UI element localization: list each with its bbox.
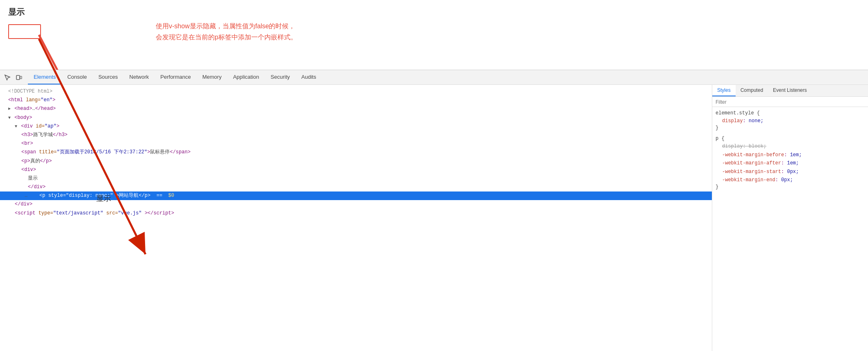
dom-line-xianshi-text[interactable]: 显示	[0, 174, 712, 183]
element-style-closing: }	[716, 125, 865, 131]
dom-line-html[interactable]: <html lang="en">	[0, 96, 712, 105]
annotation-line1: 使用v-show显示隐藏，当属性值为false的时候，	[156, 21, 297, 32]
style-rule-element: element.style { display: none; }	[716, 110, 865, 131]
style-prop-display-none: display: none;	[716, 117, 865, 125]
dom-line-doctype[interactable]: <!DOCTYPE html>	[0, 87, 712, 96]
tab-application[interactable]: Application	[227, 70, 265, 84]
dom-line-h3[interactable]: <h3>路飞学城</h3>	[0, 131, 712, 139]
dom-line-div-open[interactable]: <div>	[0, 166, 712, 174]
dom-line-p-selected[interactable]: … <p style="display: none;" >网站导航</p> ==…	[0, 191, 712, 200]
html-tag: <html	[8, 97, 23, 103]
svg-line-1	[39, 35, 152, 70]
style-prop-display-block: display: block;	[716, 142, 865, 150]
style-rule-p: p { display: block; -webkit-margin-befor…	[716, 136, 865, 190]
dom-line-div-app-close[interactable]: </div>	[0, 200, 712, 209]
styles-filter-input[interactable]	[716, 99, 865, 105]
styles-filter[interactable]	[712, 97, 868, 107]
dom-line-div-app[interactable]: ▼ <div id="ap">	[0, 122, 712, 131]
tab-network[interactable]: Network	[124, 70, 155, 84]
dom-line-p-zhende[interactable]: <p>真的</p>	[0, 157, 712, 166]
triangle-body[interactable]: ▼	[8, 116, 11, 120]
devtools-icons	[3, 73, 23, 82]
dom-line-body-open[interactable]: ▼ <body>	[0, 114, 712, 122]
styles-tabs: Styles Computed Event Listeners	[712, 85, 868, 97]
dom-line-span[interactable]: <span title="页面加载于2018/5/16 下午2:37:22">鼠…	[0, 148, 712, 157]
tab-elements[interactable]: Elements	[28, 70, 61, 84]
tab-security[interactable]: Security	[265, 70, 295, 84]
inspect-icon[interactable]	[3, 73, 11, 82]
dollar-sign: $0	[168, 193, 174, 198]
tab-sources[interactable]: Sources	[93, 70, 124, 84]
display-box	[8, 24, 41, 39]
dom-line-div-close[interactable]: </div>	[0, 183, 712, 191]
svg-rect-2	[16, 75, 20, 80]
dom-line-head[interactable]: ► <head>…</head>	[0, 105, 712, 113]
triangle-head[interactable]: ►	[8, 107, 11, 111]
element-style-selector: element.style {	[716, 110, 865, 116]
devtools-panel: Elements Console Sources Network Perform…	[0, 70, 868, 351]
styles-tab-styles[interactable]: Styles	[712, 85, 736, 96]
tab-audits[interactable]: Audits	[295, 70, 322, 84]
page-title: 显示	[8, 7, 860, 18]
styles-tab-event-listeners[interactable]: Event Listeners	[768, 85, 812, 96]
p-selector: p {	[716, 136, 865, 141]
style-prop-margin-start: -webkit-margin-start: 0px;	[716, 168, 865, 176]
style-prop-margin-end: -webkit-margin-end: 0px;	[716, 176, 865, 184]
style-prop-margin-after: -webkit-margin-after: 1em;	[716, 159, 865, 167]
styles-tab-computed[interactable]: Computed	[736, 85, 768, 96]
styles-panel: Styles Computed Event Listeners element.…	[712, 85, 868, 351]
p-style-closing: }	[716, 184, 865, 190]
devtools-body: <!DOCTYPE html> <html lang="en"> ► <head…	[0, 85, 868, 351]
devtools-tabs: Elements Console Sources Network Perform…	[28, 70, 322, 84]
device-icon[interactable]	[15, 73, 23, 82]
tab-performance[interactable]: Performance	[155, 70, 196, 84]
doctype-text: <!DOCTYPE html>	[8, 89, 52, 94]
dom-line-br[interactable]: <br>	[0, 139, 712, 148]
dom-line-script[interactable]: <script type="text/javascript" src="vue.…	[0, 209, 712, 218]
styles-content: element.style { display: none; } p { dis…	[712, 107, 868, 351]
page-content: 显示 使用v-show显示隐藏，当属性值为false的时候， 会发现它是在当前的…	[0, 0, 868, 70]
dom-panel[interactable]: <!DOCTYPE html> <html lang="en"> ► <head…	[0, 85, 712, 351]
annotation-text: 使用v-show显示隐藏，当属性值为false的时候， 会发现它是在当前的p标签…	[156, 21, 297, 43]
devtools-topbar: Elements Console Sources Network Perform…	[0, 70, 868, 85]
style-prop-margin-before: -webkit-margin-before: 1em;	[716, 151, 865, 159]
tab-console[interactable]: Console	[61, 70, 93, 84]
svg-rect-3	[20, 76, 22, 79]
annotation-line2: 会发现它是在当前的p标签中添加一个内嵌样式。	[156, 32, 297, 43]
tab-memory[interactable]: Memory	[197, 70, 227, 84]
